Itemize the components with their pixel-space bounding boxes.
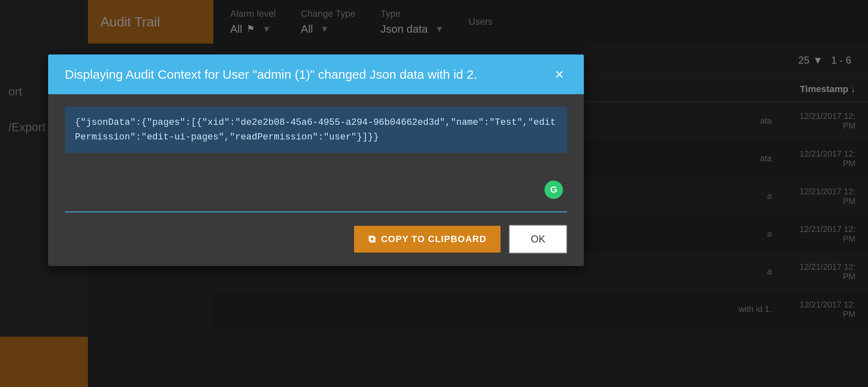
modal-close-button[interactable]: ×: [552, 67, 567, 82]
grammarly-button[interactable]: G: [544, 181, 563, 199]
modal-content-text: {"jsonData":{"pages":[{"xid":"de2e2b08-4…: [65, 107, 567, 153]
modal-title: Displaying Audit Context for User "admin…: [65, 66, 552, 83]
copy-to-clipboard-button[interactable]: ⧉ COPY TO CLIPBOARD: [354, 226, 501, 253]
modal-footer: ⧉ COPY TO CLIPBOARD OK: [48, 212, 584, 266]
modal-body: {"jsonData":{"pages":[{"xid":"de2e2b08-4…: [48, 94, 584, 212]
copy-button-label: COPY TO CLIPBOARD: [381, 234, 486, 245]
ok-button[interactable]: OK: [509, 225, 567, 253]
copy-icon: ⧉: [368, 233, 376, 245]
modal-dialog: Displaying Audit Context for User "admin…: [48, 54, 584, 266]
modal-header: Displaying Audit Context for User "admin…: [48, 54, 584, 94]
